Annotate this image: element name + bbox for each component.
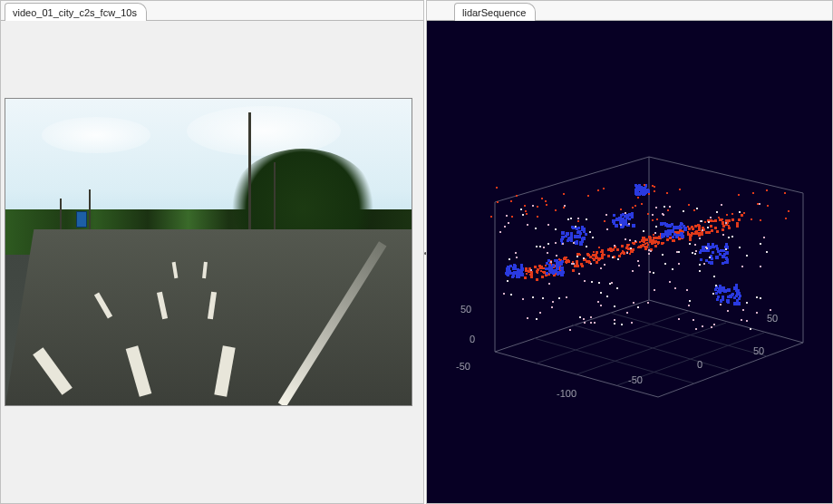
lidar-content[interactable]: 50 0 -50 -100 -50 0 50 50 <box>427 21 832 503</box>
video-tabbar: video_01_city_c2s_fcw_10s <box>1 1 423 21</box>
tab-lidar[interactable]: lidarSequence <box>454 3 536 21</box>
svg-line-7 <box>572 325 731 371</box>
svg-line-6 <box>534 338 694 383</box>
lidar-axes <box>427 21 832 503</box>
app-root: video_01_city_c2s_fcw_10s <box>0 0 833 504</box>
lidar-tabbar: lidarSequence <box>427 1 832 21</box>
video-frame <box>5 98 412 406</box>
video-content[interactable] <box>1 21 423 503</box>
svg-line-4 <box>576 323 726 374</box>
lidar-viewport[interactable]: 50 0 -50 -100 -50 0 50 50 <box>427 21 832 503</box>
lidar-panel: lidarSequence <box>426 0 833 504</box>
svg-line-8 <box>610 313 767 356</box>
tick-y-50: 50 <box>460 304 471 315</box>
tick-x-0: 0 <box>697 359 702 370</box>
tick-x-n50: -50 <box>628 374 643 385</box>
tick-x-n100: -100 <box>557 388 576 399</box>
tick-y-0: 0 <box>470 334 475 344</box>
tab-video[interactable]: video_01_city_c2s_fcw_10s <box>5 3 147 21</box>
video-panel: video_01_city_c2s_fcw_10s <box>0 0 424 504</box>
tick-y-n50: -50 <box>456 361 470 372</box>
tick-r-50: 50 <box>767 313 778 324</box>
tick-x-50: 50 <box>753 345 764 356</box>
